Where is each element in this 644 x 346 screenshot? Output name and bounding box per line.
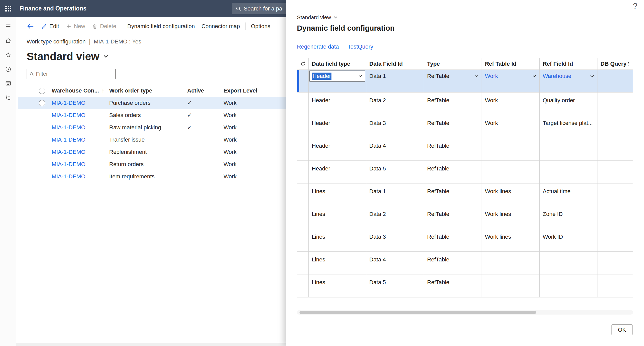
data-field-id-cell[interactable]: Data 1 [366,70,424,92]
type-cell[interactable]: RefTable [424,115,482,138]
type-cell[interactable]: RefTable [424,138,482,160]
dialog-view-selector[interactable]: Standard view [297,14,338,20]
ref-table-id-cell[interactable] [482,161,540,183]
data-field-type-cell[interactable]: Lines [309,206,366,229]
field-config-row[interactable]: HeaderData 2RefTableWorkQuality order [297,93,633,115]
warehouse-connector-cell[interactable]: MIA-1-DEMO [50,136,107,143]
ref-table-id-cell[interactable] [482,274,540,297]
column-header-active[interactable]: Active [185,87,221,94]
data-field-type-cell[interactable]: Header [309,138,366,160]
type-cell[interactable]: RefTable [424,274,482,297]
db-query-cell[interactable] [597,252,633,274]
db-query-cell[interactable] [597,70,633,92]
nav-modules-button[interactable] [2,91,15,105]
regenerate-data-link[interactable]: Regenerate data [297,43,339,51]
data-field-id-cell[interactable]: Data 2 [366,206,424,229]
db-query-cell[interactable] [597,138,633,160]
ref-table-id-cell[interactable]: Work lines [482,229,540,251]
data-field-type-cell[interactable]: Lines [309,252,366,274]
ref-field-id-cell[interactable]: Work ID [540,229,597,251]
data-field-type-cell[interactable]: Lines [309,229,366,251]
column-header-ref-table-id[interactable]: Ref Table Id [482,58,540,70]
edit-button[interactable]: Edit [38,20,62,32]
test-query-link[interactable]: TestQuery [348,43,373,51]
row-state-cell[interactable] [297,183,309,206]
data-field-id-cell[interactable]: Data 3 [366,229,424,251]
back-button[interactable] [27,22,38,30]
row-state-cell[interactable] [297,229,309,251]
warehouse-connector-cell[interactable]: MIA-1-DEMO [50,100,107,106]
type-cell[interactable]: RefTable [424,229,482,251]
help-icon[interactable]: ? [633,2,637,11]
field-config-row[interactable]: LinesData 2RefTableWork linesZone ID [297,206,633,229]
ref-field-id-cell[interactable] [540,274,597,297]
row-state-column-header[interactable] [297,58,309,70]
type-cell[interactable]: RefTable [424,206,482,229]
warehouse-connector-cell[interactable]: MIA-1-DEMO [50,173,107,180]
ref-table-id-cell[interactable]: Work [482,93,540,115]
horizontal-scrollbar-track[interactable] [297,310,633,315]
row-select-cell[interactable] [27,100,50,106]
breadcrumb-page[interactable]: Work type configuration [27,38,86,45]
row-state-cell[interactable] [297,93,309,115]
new-button[interactable]: New [62,20,88,32]
db-query-cell[interactable] [597,229,633,251]
column-header-work-order-type[interactable]: Work order type [107,87,185,94]
ref-table-id-cell[interactable]: Work [482,70,540,92]
type-cell[interactable]: RefTable [424,252,482,274]
data-field-id-cell[interactable]: Data 5 [366,161,424,183]
data-field-id-cell[interactable]: Data 4 [366,252,424,274]
row-state-cell[interactable] [297,138,309,160]
ref-field-id-cell[interactable] [540,138,597,160]
data-field-type-combobox[interactable]: Header [309,71,365,82]
ref-field-id-cell[interactable]: Actual time [540,183,597,206]
data-field-id-cell[interactable]: Data 1 [366,183,424,206]
field-config-row[interactable]: LinesData 4RefTable [297,252,633,274]
field-config-row[interactable]: LinesData 3RefTableWork linesWork ID [297,229,633,252]
column-header-db-query[interactable]: DB Query [597,58,633,70]
ref-table-id-cell[interactable] [482,252,540,274]
field-config-row[interactable]: HeaderData 1RefTableWorkWarehouse [297,70,633,93]
ref-field-id-cell[interactable]: Quality order [540,93,597,115]
db-query-cell[interactable] [597,161,633,183]
column-header-ref-field-id[interactable]: Ref Field Id [540,58,597,70]
ref-field-id-cell[interactable]: Target license plat... [540,115,597,138]
data-field-type-cell[interactable]: Header [309,161,366,183]
row-state-cell[interactable] [297,115,309,138]
warehouse-connector-cell[interactable]: MIA-1-DEMO [50,149,107,155]
data-field-type-cell[interactable]: Header [309,70,366,92]
ref-field-id-cell[interactable] [540,252,597,274]
db-query-cell[interactable] [597,274,633,297]
connector-map-button[interactable]: Connector map [198,20,243,32]
ref-field-id-cell[interactable]: Zone ID [540,206,597,229]
nav-workspaces-button[interactable] [2,76,15,91]
db-query-cell[interactable] [597,115,633,138]
row-state-cell[interactable] [297,252,309,274]
row-state-cell[interactable] [297,274,309,297]
data-field-id-cell[interactable]: Data 4 [366,138,424,160]
nav-home-button[interactable] [2,33,15,48]
row-state-cell[interactable] [297,206,309,229]
app-launcher-button[interactable] [0,0,16,17]
field-config-row[interactable]: HeaderData 4RefTable [297,138,633,161]
data-field-type-cell[interactable]: Header [309,93,366,115]
data-field-type-cell[interactable]: Lines [309,274,366,297]
column-header-data-field-type[interactable]: Data field type [309,58,366,70]
data-field-type-cell[interactable]: Header [309,115,366,138]
ref-table-id-cell[interactable]: Work [482,115,540,138]
ref-table-id-cell[interactable]: Work lines [482,206,540,229]
row-radio[interactable] [39,100,45,106]
column-header-type[interactable]: Type [424,58,482,70]
db-query-cell[interactable] [597,183,633,206]
nav-favorites-button[interactable] [2,48,15,62]
delete-button[interactable]: Delete [88,20,120,32]
warehouse-connector-cell[interactable]: MIA-1-DEMO [50,161,107,168]
db-query-cell[interactable] [597,93,633,115]
filter-input[interactable] [36,71,113,77]
column-header-warehouse-connector[interactable]: Warehouse Con... ↑ [50,87,107,94]
data-field-id-cell[interactable]: Data 5 [366,274,424,297]
ref-table-id-cell[interactable]: Work lines [482,183,540,206]
type-cell[interactable]: RefTable [424,70,482,92]
horizontal-scrollbar-thumb[interactable] [299,311,536,314]
type-cell[interactable]: RefTable [424,183,482,206]
